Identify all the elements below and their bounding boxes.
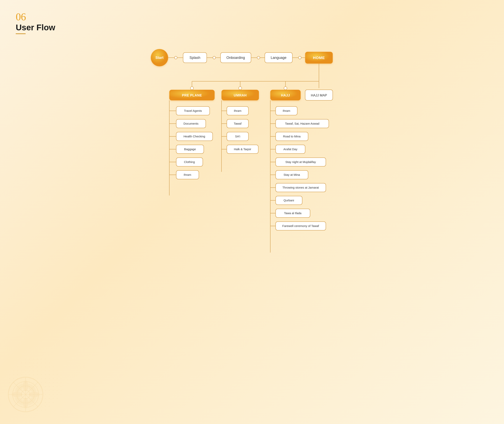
svg-point-75 (12, 381, 39, 407)
hajj-farewell-label: Farewell ceremony of Tawaf (282, 224, 319, 228)
svg-point-83 (23, 398, 28, 409)
svg-point-76 (17, 386, 34, 403)
hajj-tawaf-sai-label: Tawaf, Sai, Hazare Aswad (285, 122, 319, 125)
baggage-label: Baggage (184, 147, 196, 151)
home-label: HOME (313, 56, 325, 60)
svg-point-88 (14, 395, 25, 406)
language-label: Language (271, 56, 286, 60)
clothing-label: Clothing (184, 160, 195, 164)
hajj-label: HAJJ (281, 94, 290, 97)
svg-point-84 (12, 392, 22, 397)
hajj-arafat-label: Arafat Day (284, 147, 298, 151)
page-title: User Flow (16, 23, 488, 32)
hajj-map-label: HAJJ MAP (311, 94, 327, 97)
hajj-qurbani-label: Qurbani (284, 199, 294, 202)
umrah-sai-label: SA'i (235, 135, 240, 138)
svg-point-7 (213, 56, 216, 59)
svg-point-15 (299, 56, 301, 59)
svg-point-87 (26, 382, 37, 394)
umrah-label: UMRAH (234, 94, 247, 97)
travel-agents-label: Travel Agents (184, 109, 202, 112)
svg-point-11 (257, 56, 260, 59)
documents-label: Documents (183, 122, 199, 125)
svg-point-85 (29, 392, 40, 397)
pre-plane-ihram-label: Ihram (184, 173, 191, 176)
splash-label: Splash (189, 56, 200, 60)
hajj-ihram-label: Ihram (283, 109, 290, 112)
svg-point-24 (190, 87, 193, 90)
umrah-tawaf-label: Tawaf (234, 122, 242, 125)
svg-point-26 (284, 87, 287, 90)
pre-plane-label: PRE PLANE (182, 94, 202, 97)
flow-diagram: Start Splash Onboarding Language HOME (144, 46, 360, 259)
umrah-halk-label: Halk & Taqsir (234, 147, 251, 151)
onboarding-label: Onboarding (226, 56, 245, 60)
svg-point-74 (8, 377, 43, 412)
title-underline (16, 33, 25, 34)
hajj-tawa-ifada-label: Tawa al Ifada (284, 212, 302, 215)
page-number: 06 (16, 12, 488, 22)
health-checking-label: Health Checking (183, 135, 205, 138)
svg-point-3 (174, 56, 177, 59)
svg-text:Start: Start (155, 56, 163, 60)
svg-point-25 (239, 87, 242, 90)
svg-line-80 (13, 382, 38, 407)
hajj-mujdalifay-label: Stay night at Mujdalifay (285, 160, 316, 164)
umrah-ihram-label: Ihram (234, 109, 241, 112)
hajj-stay-mina-label: Stay at Mina (284, 173, 300, 176)
decorative-motif (4, 373, 47, 416)
svg-point-77 (21, 390, 30, 399)
svg-point-89 (26, 395, 37, 406)
svg-point-86 (14, 382, 25, 394)
hajj-jamarat-label: Throwing stones at Jamarat (282, 186, 319, 189)
svg-line-81 (13, 382, 38, 407)
hajj-road-mina-label: Road to Mina (283, 135, 301, 138)
svg-point-82 (23, 380, 28, 391)
